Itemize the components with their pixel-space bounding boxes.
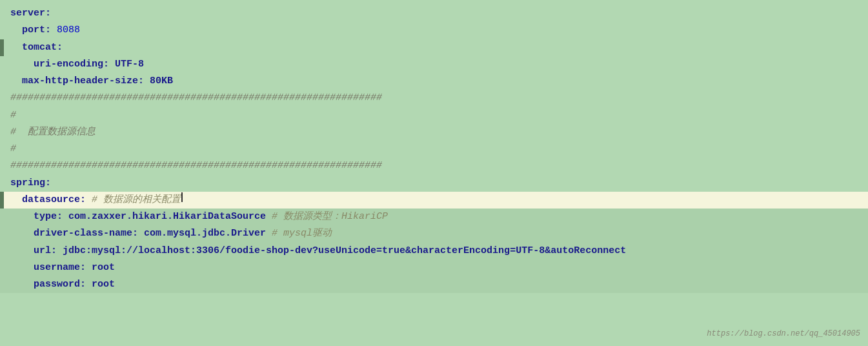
line-10: ########################################…: [0, 158, 868, 174]
line-11: spring:: [0, 175, 868, 192]
line-11-key: spring:: [10, 175, 51, 192]
line-13: type: com.zaxxer.hikari.HikariDataSource…: [0, 209, 868, 225]
line-2-key: port:: [10, 22, 57, 39]
line-12-key: datasource:: [10, 192, 92, 209]
line-12-comment: # 数据源的相关配置: [92, 192, 181, 209]
line-6-comment: ########################################…: [10, 90, 382, 107]
line-1: server:: [0, 5, 868, 22]
line-15: url: jdbc:mysql://localhost:3306/foodie-…: [0, 243, 868, 260]
line-8: # 配置数据源信息: [0, 124, 868, 141]
line-3: tomcat:: [0, 39, 868, 56]
line-2: port: 8088: [0, 22, 868, 39]
line-1-key: server:: [10, 5, 51, 22]
text-cursor: [181, 192, 183, 202]
line-2-val: 8088: [57, 22, 80, 39]
line-14-comment: # mysql驱动: [272, 225, 332, 242]
line-4-key: uri-encoding: UTF-8: [10, 56, 144, 73]
line-16: username: root: [0, 260, 868, 276]
line-4: uri-encoding: UTF-8: [0, 56, 868, 73]
line-3-key: tomcat:: [10, 39, 63, 56]
line-8-comment: # 配置数据源信息: [10, 124, 96, 141]
line-13-comment: # 数据源类型：HikariCP: [272, 209, 388, 225]
gutter-marker-3: [0, 39, 4, 56]
line-5-key: max-http-header-size: 80KB: [10, 73, 173, 90]
line-14-key: driver-class-name: com.mysql.jdbc.Driver: [10, 225, 272, 242]
line-13-key: type: com.zaxxer.hikari.HikariDataSource: [10, 209, 272, 225]
line-9: #: [0, 141, 868, 158]
line-7: #: [0, 107, 868, 124]
line-12: datasource: # 数据源的相关配置: [0, 192, 868, 209]
line-15-key: url: jdbc:mysql://localhost:3306/foodie-…: [10, 243, 626, 260]
line-7-comment: #: [10, 107, 16, 124]
code-editor: server: port: 8088 tomcat: uri-encoding:…: [0, 0, 868, 346]
watermark: https://blog.csdn.net/qq_45014905: [707, 327, 860, 341]
line-5: max-http-header-size: 80KB: [0, 73, 868, 90]
line-17-key: password: root: [10, 276, 115, 293]
line-16-key: username: root: [10, 260, 115, 276]
line-6: ########################################…: [0, 90, 868, 107]
line-10-comment: ########################################…: [10, 158, 382, 174]
gutter-marker-12: [0, 192, 4, 209]
line-17: password: root: [0, 276, 868, 293]
line-14: driver-class-name: com.mysql.jdbc.Driver…: [0, 225, 868, 242]
line-9-comment: #: [10, 141, 16, 158]
